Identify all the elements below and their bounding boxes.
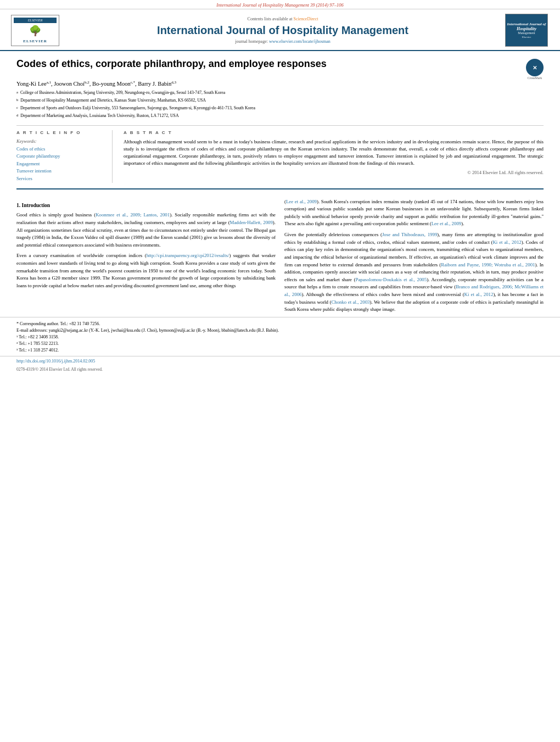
affil-c: c Department of Sports and Outdoors Eulj… <box>16 105 544 113</box>
elsevier-tree-icon: 🌳 <box>29 25 41 37</box>
ref-papasolomou[interactable]: Papasolomou-Doukakis et al., 2005 <box>356 277 427 282</box>
abstract-text: Although ethical management would seem t… <box>124 138 544 168</box>
journal-homepage-link[interactable]: www.elsevier.com/locate/ijhosman <box>269 39 331 44</box>
ref-lee2009[interactable]: Lee et al., 2009 <box>286 199 317 204</box>
affil-a: a College of Business Administration, Se… <box>16 90 544 97</box>
ref-ki2012[interactable]: Ki et al., 2012 <box>493 239 522 245</box>
corruption-link[interactable]: http://cpi.transparency.org/cpi2012/resu… <box>147 253 229 258</box>
ref-madden[interactable]: Madden-Hallett, 2009 <box>230 220 273 225</box>
keyword-2: Corporate philanthropy <box>16 153 104 160</box>
journal-homepage: journal homepage: www.elsevier.com/locat… <box>69 39 497 44</box>
keyword-5: Services <box>16 175 104 183</box>
section1-heading: 1. Introduction <box>16 202 276 210</box>
divider-thick <box>16 188 544 189</box>
keyword-1: Codes of ethics <box>16 146 104 153</box>
abstract-label: A B S T R A C T <box>124 130 544 135</box>
affil-d: d Department of Marketing and Analysis, … <box>16 113 544 120</box>
ref-jose[interactable]: Jose and Thibodeaux, 1999 <box>382 232 437 237</box>
footnote-1: ¹ Tel.: +82 2 3408 3158. <box>16 334 544 341</box>
divider-1 <box>16 125 544 126</box>
contents-available: Contents lists available at ScienceDirec… <box>69 16 497 21</box>
article-info-col: A R T I C L E I N F O Keywords: Codes of… <box>16 130 113 183</box>
elsevier-name: ELSEVIER <box>14 39 57 43</box>
header-section: ELSEVIER 🌳 ELSEVIER Contents lists avail… <box>0 9 560 51</box>
author-2: Joowon Choib,2, <box>54 81 92 87</box>
affil-b: b Department of Hospitality Management a… <box>16 97 544 105</box>
crossmark: ✕ CrossMark <box>526 59 544 80</box>
body-para-2: Even a cursory examination of worldwide … <box>16 252 276 289</box>
footnote-corresponding: * Corresponding author. Tel.: +82 31 740… <box>16 321 544 327</box>
hospitality-logo: International Journal of Hospitality Man… <box>505 14 549 47</box>
journal-title: International Journal of Hospitality Man… <box>69 24 497 37</box>
keyword-4: Turnover intention <box>16 168 104 175</box>
ref-raiborn[interactable]: Raiborn and Payne, 1990; Wotruba et al.,… <box>441 262 535 267</box>
elsevier-logo-top: ELSEVIER <box>14 18 57 23</box>
body-col-right: (Lee et al., 2009). South Korea's corrup… <box>284 198 544 317</box>
ref-ki2012b[interactable]: Ki et al., 2012 <box>464 292 494 297</box>
ref-chonko[interactable]: Chonko et al., 2003 <box>331 299 369 305</box>
body-para-4: Given the potentially deleterious conseq… <box>284 231 544 314</box>
body-col-left: 1. Introduction Good ethics is simply go… <box>16 198 276 317</box>
sciencedirect-link[interactable]: ScienceDirect <box>294 16 318 21</box>
copyright-line: © 2014 Elsevier Ltd. All rights reserved… <box>124 170 544 175</box>
page: International Journal of Hospitality Man… <box>0 0 560 742</box>
footnote-2: ² Tel.: +1 785 532 2213. <box>16 341 544 347</box>
doi-link[interactable]: http://dx.doi.org/10.1016/j.ijhm.2014.02… <box>16 359 95 364</box>
keyword-3: Engagement <box>16 160 104 168</box>
keywords-label: Keywords: <box>16 138 104 144</box>
article-info-row: A R T I C L E I N F O Keywords: Codes of… <box>16 130 544 183</box>
header-center: Contents lists available at ScienceDirec… <box>60 16 505 44</box>
journal-top-bar: International Journal of Hospitality Man… <box>0 0 560 9</box>
body-para-3: (Lee et al., 2009). South Korea's corrup… <box>284 198 544 228</box>
journal-citation: International Journal of Hospitality Man… <box>216 2 344 8</box>
footnote-3: ³ Tel.: +1 318 257 4012. <box>16 347 544 354</box>
author-4: Barry J. Babind,3 <box>138 81 176 87</box>
affiliations: a College of Business Administration, Se… <box>16 90 544 121</box>
body-para-1: Good ethics is simply good business (Koo… <box>16 211 276 249</box>
ref-koonmee[interactable]: Koonmee et al., 2009; Lantos, 2001 <box>96 212 170 217</box>
article-info-label: A R T I C L E I N F O <box>16 130 104 135</box>
article-area: Codes of ethics, corporate philanthropy,… <box>0 51 560 198</box>
author-3: Bo-young Moonc,*, <box>92 81 138 87</box>
footer-bar: http://dx.doi.org/10.1016/j.ijhm.2014.02… <box>0 356 560 366</box>
abstract-col: A B S T R A C T Although ethical managem… <box>124 130 544 183</box>
footnotes-area: * Corresponding author. Tel.: +82 31 740… <box>0 317 560 356</box>
elsevier-logo: ELSEVIER 🌳 ELSEVIER <box>11 15 60 46</box>
crossmark-icon: ✕ <box>526 59 544 76</box>
ref-lee2009b[interactable]: Lee et al., 2009 <box>432 221 461 226</box>
authors-line: Yong-Ki Leea,1, Joowon Choib,2, Bo-young… <box>16 80 544 87</box>
author-1: Yong-Ki Leea,1, <box>16 81 54 87</box>
article-title: Codes of ethics, corporate philanthropy,… <box>16 58 520 70</box>
ref-branco[interactable]: Branco and Rodrigues, 2006; McWilliams e… <box>284 284 544 297</box>
footer-bottom: 0278-4319/© 2014 Elsevier Ltd. All right… <box>0 366 560 373</box>
title-row: Codes of ethics, corporate philanthropy,… <box>16 58 544 80</box>
footnote-emails: E-mail addresses: yangki2@sejang.ac.kr (… <box>16 327 544 334</box>
body-columns: 1. Introduction Good ethics is simply go… <box>0 198 560 317</box>
hosp-logo-title: Hospitality <box>517 26 536 31</box>
